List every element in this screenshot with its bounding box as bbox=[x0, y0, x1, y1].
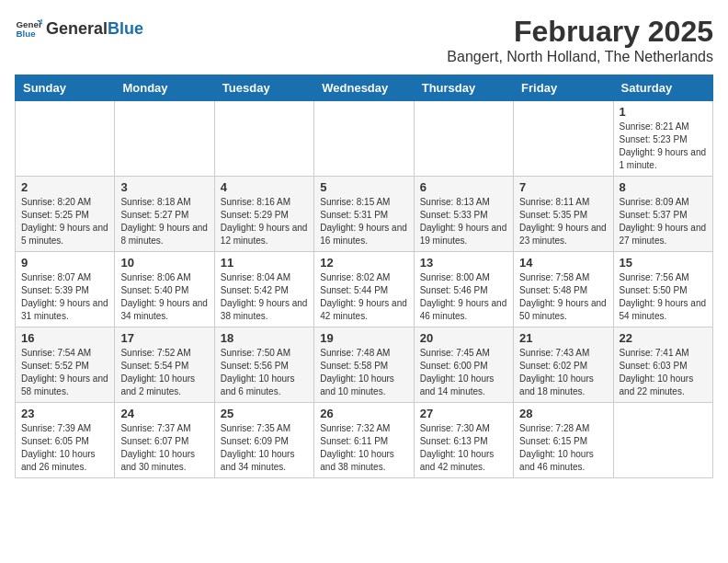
day-info: Sunrise: 8:15 AM Sunset: 5:31 PM Dayligh… bbox=[320, 196, 407, 247]
day-number: 7 bbox=[519, 180, 607, 194]
column-header-monday: Monday bbox=[115, 75, 214, 101]
calendar-cell bbox=[314, 101, 414, 177]
day-number: 16 bbox=[21, 331, 108, 345]
day-info: Sunrise: 8:16 AM Sunset: 5:29 PM Dayligh… bbox=[221, 196, 308, 247]
column-header-sunday: Sunday bbox=[16, 75, 115, 101]
day-info: Sunrise: 8:21 AM Sunset: 5:23 PM Dayligh… bbox=[620, 121, 707, 172]
calendar-cell: 14Sunrise: 7:58 AM Sunset: 5:48 PM Dayli… bbox=[514, 252, 613, 327]
day-info: Sunrise: 8:04 AM Sunset: 5:42 PM Dayligh… bbox=[221, 271, 308, 323]
day-number: 21 bbox=[519, 331, 607, 345]
day-number: 13 bbox=[420, 256, 507, 270]
calendar-cell bbox=[514, 101, 613, 177]
day-number: 9 bbox=[21, 256, 108, 270]
day-info: Sunrise: 7:41 AM Sunset: 6:03 PM Dayligh… bbox=[620, 347, 707, 398]
day-info: Sunrise: 7:39 AM Sunset: 6:05 PM Dayligh… bbox=[21, 422, 108, 474]
day-info: Sunrise: 8:11 AM Sunset: 5:35 PM Dayligh… bbox=[519, 196, 607, 247]
day-number: 2 bbox=[21, 180, 108, 194]
day-info: Sunrise: 7:35 AM Sunset: 6:09 PM Dayligh… bbox=[221, 422, 308, 474]
day-number: 27 bbox=[420, 407, 507, 420]
main-title: February 2025 bbox=[447, 15, 713, 49]
day-info: Sunrise: 7:30 AM Sunset: 6:13 PM Dayligh… bbox=[420, 422, 507, 474]
calendar-cell: 9Sunrise: 8:07 AM Sunset: 5:39 PM Daylig… bbox=[16, 252, 115, 327]
day-number: 24 bbox=[120, 407, 208, 420]
day-info: Sunrise: 8:00 AM Sunset: 5:46 PM Dayligh… bbox=[420, 271, 507, 323]
day-info: Sunrise: 8:13 AM Sunset: 5:33 PM Dayligh… bbox=[420, 196, 507, 247]
calendar-cell: 8Sunrise: 8:09 AM Sunset: 5:37 PM Daylig… bbox=[613, 177, 712, 252]
calendar-cell: 11Sunrise: 8:04 AM Sunset: 5:42 PM Dayli… bbox=[214, 252, 313, 327]
day-number: 25 bbox=[221, 407, 308, 420]
day-number: 5 bbox=[320, 180, 407, 194]
day-number: 11 bbox=[221, 256, 308, 270]
calendar-cell: 4Sunrise: 8:16 AM Sunset: 5:29 PM Daylig… bbox=[214, 177, 313, 252]
calendar-cell bbox=[613, 403, 712, 478]
day-info: Sunrise: 8:02 AM Sunset: 5:44 PM Dayligh… bbox=[320, 271, 407, 323]
calendar-cell: 15Sunrise: 7:56 AM Sunset: 5:50 PM Dayli… bbox=[613, 252, 712, 327]
day-info: Sunrise: 8:09 AM Sunset: 5:37 PM Dayligh… bbox=[620, 196, 707, 247]
day-info: Sunrise: 7:54 AM Sunset: 5:52 PM Dayligh… bbox=[21, 347, 108, 398]
day-number: 26 bbox=[320, 407, 407, 420]
title-area: February 2025 Bangert, North Holland, Th… bbox=[447, 15, 713, 65]
calendar-cell: 3Sunrise: 8:18 AM Sunset: 5:27 PM Daylig… bbox=[115, 177, 214, 252]
day-info: Sunrise: 7:56 AM Sunset: 5:50 PM Dayligh… bbox=[620, 271, 707, 323]
calendar-cell bbox=[16, 101, 115, 177]
column-header-saturday: Saturday bbox=[613, 75, 712, 101]
day-info: Sunrise: 7:50 AM Sunset: 5:56 PM Dayligh… bbox=[221, 347, 308, 398]
calendar-cell: 10Sunrise: 8:06 AM Sunset: 5:40 PM Dayli… bbox=[115, 252, 214, 327]
day-number: 28 bbox=[519, 407, 607, 420]
calendar-cell: 20Sunrise: 7:45 AM Sunset: 6:00 PM Dayli… bbox=[414, 327, 513, 403]
day-number: 18 bbox=[221, 331, 308, 345]
day-info: Sunrise: 7:58 AM Sunset: 5:48 PM Dayligh… bbox=[519, 271, 607, 323]
calendar-week-0: 1Sunrise: 8:21 AM Sunset: 5:23 PM Daylig… bbox=[16, 101, 713, 177]
day-info: Sunrise: 8:07 AM Sunset: 5:39 PM Dayligh… bbox=[21, 271, 108, 323]
day-number: 15 bbox=[620, 256, 707, 270]
column-header-wednesday: Wednesday bbox=[314, 75, 414, 101]
day-number: 3 bbox=[120, 180, 208, 194]
day-number: 23 bbox=[21, 407, 108, 420]
calendar-cell: 7Sunrise: 8:11 AM Sunset: 5:35 PM Daylig… bbox=[514, 177, 613, 252]
calendar-cell: 27Sunrise: 7:30 AM Sunset: 6:13 PM Dayli… bbox=[414, 403, 513, 478]
calendar-cell: 13Sunrise: 8:00 AM Sunset: 5:46 PM Dayli… bbox=[414, 252, 513, 327]
day-info: Sunrise: 7:28 AM Sunset: 6:15 PM Dayligh… bbox=[519, 422, 607, 474]
subtitle: Bangert, North Holland, The Netherlands bbox=[447, 49, 713, 65]
column-header-friday: Friday bbox=[514, 75, 613, 101]
calendar-cell bbox=[214, 101, 313, 177]
day-number: 8 bbox=[620, 180, 707, 194]
day-number: 10 bbox=[120, 256, 208, 270]
calendar-cell: 24Sunrise: 7:37 AM Sunset: 6:07 PM Dayli… bbox=[115, 403, 214, 478]
calendar-cell: 1Sunrise: 8:21 AM Sunset: 5:23 PM Daylig… bbox=[613, 101, 712, 177]
calendar-week-3: 16Sunrise: 7:54 AM Sunset: 5:52 PM Dayli… bbox=[16, 327, 713, 403]
day-number: 6 bbox=[420, 180, 507, 194]
day-info: Sunrise: 7:52 AM Sunset: 5:54 PM Dayligh… bbox=[120, 347, 208, 398]
calendar-cell bbox=[414, 101, 513, 177]
calendar-cell: 5Sunrise: 8:15 AM Sunset: 5:31 PM Daylig… bbox=[314, 177, 414, 252]
day-info: Sunrise: 8:18 AM Sunset: 5:27 PM Dayligh… bbox=[120, 196, 208, 247]
calendar-cell: 19Sunrise: 7:48 AM Sunset: 5:58 PM Dayli… bbox=[314, 327, 414, 403]
day-info: Sunrise: 8:20 AM Sunset: 5:25 PM Dayligh… bbox=[21, 196, 108, 247]
calendar-cell: 12Sunrise: 8:02 AM Sunset: 5:44 PM Dayli… bbox=[314, 252, 414, 327]
calendar-cell: 23Sunrise: 7:39 AM Sunset: 6:05 PM Dayli… bbox=[16, 403, 115, 478]
day-info: Sunrise: 7:45 AM Sunset: 6:00 PM Dayligh… bbox=[420, 347, 507, 398]
calendar-cell: 25Sunrise: 7:35 AM Sunset: 6:09 PM Dayli… bbox=[214, 403, 313, 478]
column-header-tuesday: Tuesday bbox=[214, 75, 313, 101]
calendar-cell: 17Sunrise: 7:52 AM Sunset: 5:54 PM Dayli… bbox=[115, 327, 214, 403]
day-number: 4 bbox=[221, 180, 308, 194]
calendar-cell: 16Sunrise: 7:54 AM Sunset: 5:52 PM Dayli… bbox=[16, 327, 115, 403]
logo-blue: Blue bbox=[108, 19, 143, 38]
calendar-cell: 22Sunrise: 7:41 AM Sunset: 6:03 PM Dayli… bbox=[613, 327, 712, 403]
day-number: 22 bbox=[620, 331, 707, 345]
header: General Blue GeneralBlue February 2025 B… bbox=[15, 15, 713, 65]
calendar-cell: 18Sunrise: 7:50 AM Sunset: 5:56 PM Dayli… bbox=[214, 327, 313, 403]
day-number: 14 bbox=[519, 256, 607, 270]
calendar-cell: 28Sunrise: 7:28 AM Sunset: 6:15 PM Dayli… bbox=[514, 403, 613, 478]
calendar-cell: 2Sunrise: 8:20 AM Sunset: 5:25 PM Daylig… bbox=[16, 177, 115, 252]
calendar-cell: 26Sunrise: 7:32 AM Sunset: 6:11 PM Dayli… bbox=[314, 403, 414, 478]
day-info: Sunrise: 7:48 AM Sunset: 5:58 PM Dayligh… bbox=[320, 347, 407, 398]
logo-icon: General Blue bbox=[15, 15, 42, 42]
day-number: 12 bbox=[320, 256, 407, 270]
day-number: 1 bbox=[620, 105, 707, 119]
calendar-cell bbox=[115, 101, 214, 177]
day-number: 19 bbox=[320, 331, 407, 345]
calendar-cell: 6Sunrise: 8:13 AM Sunset: 5:33 PM Daylig… bbox=[414, 177, 513, 252]
column-header-thursday: Thursday bbox=[414, 75, 513, 101]
calendar-header-row: SundayMondayTuesdayWednesdayThursdayFrid… bbox=[16, 75, 713, 101]
